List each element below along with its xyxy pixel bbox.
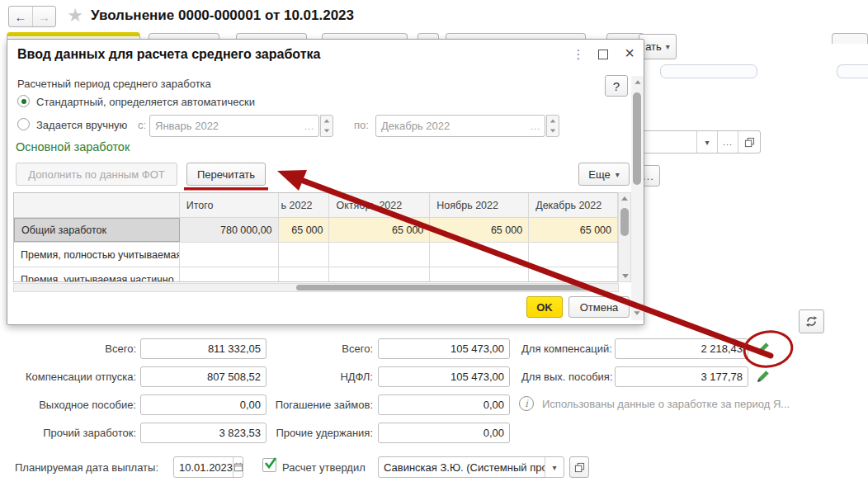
col-header-oct2022[interactable]: Октябрь 2022 bbox=[329, 193, 430, 217]
dialog-vscrollbar[interactable] bbox=[631, 76, 644, 320]
total-cell[interactable]: 780 000,00 bbox=[180, 218, 279, 242]
edit-pencil-icon[interactable] bbox=[753, 339, 771, 357]
table-vscrollbar[interactable] bbox=[618, 192, 631, 282]
row-label-cell[interactable]: Общий заработок bbox=[14, 218, 180, 242]
open-button[interactable] bbox=[738, 131, 760, 153]
radio-standard[interactable] bbox=[17, 95, 30, 107]
loan-repayment-field[interactable]: 0,00 bbox=[378, 394, 510, 415]
calendar-button[interactable] bbox=[233, 457, 243, 477]
spin-up-icon bbox=[324, 119, 329, 122]
month-cell[interactable]: 65 000 bbox=[279, 218, 330, 242]
row-label-cell[interactable]: Премия, учитываемая частично bbox=[14, 267, 180, 282]
deductions-total-field[interactable]: 105 473,00 bbox=[378, 338, 510, 359]
radio-manual[interactable] bbox=[17, 118, 30, 130]
payment-date-field[interactable]: 10.01.2023 bbox=[173, 456, 243, 478]
from-field[interactable]: Январь 2022 ... bbox=[149, 115, 319, 137]
table-vscrollbar-thumb[interactable] bbox=[620, 208, 629, 236]
avg-compensation-label: Для компенсаций: bbox=[521, 342, 612, 355]
month-cell[interactable]: 65 000 bbox=[430, 218, 529, 242]
calendar-icon bbox=[234, 462, 243, 472]
close-icon[interactable]: × bbox=[622, 44, 637, 62]
month-cell[interactable]: 65 000 bbox=[329, 218, 430, 242]
scroll-down-icon[interactable] bbox=[622, 274, 629, 278]
back-button[interactable]: ← bbox=[9, 7, 33, 26]
from-value: Январь 2022 bbox=[150, 120, 300, 132]
row-label-cell[interactable]: Премия, полностью учитываемая bbox=[14, 243, 180, 267]
tab-right-partial[interactable] bbox=[832, 33, 868, 44]
table-row-bonus-full[interactable]: Премия, полностью учитываемая bbox=[14, 243, 618, 267]
total-cell[interactable] bbox=[180, 267, 279, 282]
combo-dropdown-button[interactable]: ▾ bbox=[696, 131, 717, 153]
scroll-up-icon[interactable] bbox=[634, 80, 640, 84]
col-header-nov2022[interactable]: Ноябрь 2022 bbox=[430, 193, 529, 217]
approved-checkbox[interactable] bbox=[262, 458, 276, 472]
severance-label: Выходное пособие: bbox=[8, 399, 136, 411]
nav-buttons: ← → bbox=[8, 6, 56, 27]
from-select-button[interactable]: ... bbox=[300, 116, 318, 136]
month-cell[interactable] bbox=[329, 243, 430, 267]
ndfl-field[interactable]: 105 473,00 bbox=[378, 366, 510, 387]
total-cell[interactable] bbox=[180, 243, 279, 267]
back-icon: ← bbox=[14, 10, 26, 24]
kebab-menu-icon[interactable]: ⋮ bbox=[572, 47, 585, 62]
refresh-button[interactable] bbox=[799, 309, 824, 333]
cancel-button[interactable]: Отмена bbox=[568, 296, 630, 318]
month-cell[interactable] bbox=[279, 243, 330, 267]
table-hscrollbar-thumb[interactable] bbox=[296, 285, 590, 291]
scroll-up-icon[interactable] bbox=[621, 196, 628, 201]
dialog-vscrollbar-thumb[interactable] bbox=[633, 92, 641, 185]
dropdown-icon: ▾ bbox=[616, 170, 620, 179]
avg-compensation-field[interactable]: 2 218,43 bbox=[615, 338, 748, 359]
loan-repayment-label: Погашение займов: bbox=[248, 399, 373, 411]
refresh-icon bbox=[805, 315, 818, 328]
to-spinner[interactable] bbox=[546, 115, 559, 137]
month-cell[interactable] bbox=[529, 267, 618, 282]
radio-standard-label: Стандартный, определяется автоматически bbox=[36, 96, 255, 108]
other-deductions-label: Прочие удержания: bbox=[248, 427, 373, 439]
avg-severance-field[interactable]: 3 177,78 bbox=[615, 366, 748, 387]
to-field[interactable]: Декабрь 2022 ... bbox=[375, 115, 545, 137]
approver-open-button[interactable] bbox=[569, 456, 589, 478]
month-cell[interactable] bbox=[430, 267, 529, 282]
other-deductions-field[interactable]: 0,00 bbox=[378, 423, 510, 443]
supplement-fot-button[interactable]: Дополнить по данным ФОТ bbox=[16, 163, 177, 186]
spin-down-icon bbox=[550, 130, 555, 133]
col-header-dec2022[interactable]: Декабрь 2022 bbox=[529, 193, 618, 217]
toolbar-field-outline bbox=[837, 64, 868, 78]
dropdown-icon: ▾ bbox=[666, 42, 670, 51]
approved-checkbox-label: Расчет утвердил bbox=[282, 461, 366, 474]
month-cell[interactable] bbox=[529, 243, 618, 267]
col-header-total[interactable]: Итого bbox=[180, 193, 279, 217]
table-row-bonus-partial[interactable]: Премия, учитываемая частично bbox=[14, 267, 618, 282]
info-icon: i bbox=[519, 396, 534, 411]
approver-combo-field[interactable]: Савинская З.Ю. (Системный прог ▾ bbox=[378, 456, 564, 478]
help-button[interactable]: ? bbox=[605, 75, 628, 97]
approver-dropdown-button[interactable]: ▾ bbox=[545, 457, 564, 477]
average-earnings-dialog: Ввод данных для расчета среднего заработ… bbox=[7, 39, 644, 325]
open-in-new-icon bbox=[744, 137, 755, 148]
reread-button[interactable]: Перечитать bbox=[186, 163, 266, 186]
month-cell[interactable]: 65 000 bbox=[529, 218, 618, 242]
maximize-icon[interactable] bbox=[598, 50, 608, 59]
month-cell[interactable] bbox=[279, 267, 330, 282]
favorite-star-icon[interactable]: ★ bbox=[64, 5, 86, 26]
table-hscrollbar[interactable] bbox=[13, 283, 619, 292]
col-header-empty[interactable] bbox=[14, 193, 180, 217]
combo-select-button[interactable]: ... bbox=[717, 131, 738, 153]
scroll-down-icon[interactable] bbox=[634, 311, 639, 315]
forward-button[interactable]: → bbox=[33, 7, 55, 26]
to-select-button[interactable]: ... bbox=[526, 116, 545, 136]
from-spinner[interactable] bbox=[320, 115, 333, 137]
forward-icon: → bbox=[38, 10, 50, 24]
edit-pencil-icon[interactable] bbox=[753, 367, 771, 385]
background-combo-field[interactable]: ▾ ... bbox=[635, 130, 761, 154]
spin-up-icon bbox=[550, 119, 555, 122]
payment-date-label: Планируемая дата выплаты: bbox=[15, 461, 158, 474]
print-button-label: ать bbox=[645, 40, 662, 53]
ok-button[interactable]: OK bbox=[526, 296, 563, 318]
month-cell[interactable] bbox=[329, 267, 430, 282]
month-cell[interactable] bbox=[430, 243, 529, 267]
col-header-sep2022[interactable]: ь 2022 bbox=[279, 193, 330, 217]
table-row-total-earnings[interactable]: Общий заработок 780 000,00 65 000 65 000… bbox=[14, 218, 618, 243]
more-button[interactable]: Еще ▾ bbox=[578, 163, 630, 186]
